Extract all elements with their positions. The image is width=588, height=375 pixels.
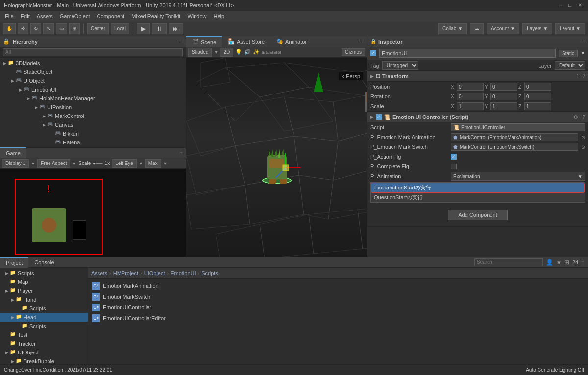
- ec-gear-icon[interactable]: ⚙: [573, 114, 578, 120]
- file-emotionuicontroller[interactable]: C# EmotionUIController: [90, 302, 586, 313]
- static-dropdown-btn[interactable]: Static: [559, 50, 578, 57]
- tree-item-holomonheadmanager[interactable]: ▶ 🎮 HoloMonHeadManager: [0, 94, 186, 103]
- add-component-btn[interactable]: Add Component: [448, 210, 508, 220]
- pt-hand-scripts[interactable]: 📁 Scripts: [0, 304, 88, 313]
- scale-x-input[interactable]: [457, 102, 484, 110]
- rot-x-input[interactable]: [457, 93, 484, 100]
- minimize-btn[interactable]: ─: [559, 2, 564, 8]
- play-btn[interactable]: ▶: [137, 23, 150, 34]
- object-enabled-checkbox[interactable]: ✓: [370, 50, 376, 56]
- p-emotion-anim-field[interactable]: ⬟ MarkControl (EmotionMarkAnimation): [451, 133, 578, 141]
- pt-scripts[interactable]: ▶ 📁 Scripts: [0, 269, 88, 278]
- pt-head[interactable]: ▶ 📁 Head: [0, 313, 88, 322]
- game-panel-menu[interactable]: ≡: [180, 150, 186, 156]
- project-panel-menu[interactable]: ≡: [581, 259, 584, 265]
- pt-breakbubble[interactable]: ▶ 📁 BreakBubble: [0, 357, 88, 364]
- scene-panel-options[interactable]: ≡: [360, 39, 367, 45]
- ec-enabled-cb[interactable]: ✓: [376, 114, 382, 120]
- tree-item-canvas[interactable]: ▶ 🎮 Canvas: [0, 120, 186, 129]
- hierarchy-search-input[interactable]: [3, 48, 183, 56]
- pos-x-input[interactable]: [457, 83, 484, 91]
- tree-item-bikkuri[interactable]: 🎮 Bikkuri: [0, 129, 186, 138]
- file-emotionuicontrollereditor[interactable]: C# EmotionUIControllerEditor: [90, 313, 586, 324]
- audio-btn[interactable]: 🔊: [244, 49, 251, 55]
- aspect-btn[interactable]: Free Aspect: [37, 159, 70, 168]
- multi-tool-btn[interactable]: ⊞: [69, 23, 80, 34]
- 2d-btn[interactable]: 2D: [220, 48, 233, 57]
- gizmos-btn[interactable]: Gizmos: [342, 48, 365, 56]
- inspector-menu-icon[interactable]: ≡: [582, 39, 585, 45]
- shading-btn[interactable]: Shaded: [188, 48, 212, 57]
- tag-dropdown[interactable]: Untagged: [382, 61, 418, 70]
- menu-edit[interactable]: Edit: [18, 12, 33, 20]
- emotion-controller-header[interactable]: ▶ ✓ 📜 Emotion UI Controller (Script) ⚙ ?: [368, 112, 588, 122]
- space-btn[interactable]: Local: [111, 23, 129, 34]
- project-star-icon[interactable]: ★: [556, 259, 562, 266]
- file-emotionmarkswitch[interactable]: C# EmotionMarkSwitch: [90, 291, 586, 302]
- object-name-field[interactable]: [379, 49, 556, 58]
- hand-tool-btn[interactable]: ✋: [3, 23, 16, 34]
- bc-scripts[interactable]: Scripts: [201, 270, 218, 276]
- rotate-tool-btn[interactable]: ↻: [30, 23, 41, 34]
- animator-tab[interactable]: 🎭 Animator: [270, 36, 313, 47]
- file-emotionmarkanimation[interactable]: C# EmotionMarkAnimation: [90, 281, 586, 291]
- menu-mixed-reality[interactable]: Mixed Reality Toolkit: [128, 12, 183, 20]
- bc-hmproject[interactable]: HMProject: [113, 270, 138, 276]
- scene-viewport[interactable]: < Persp: [186, 58, 367, 257]
- display-btn[interactable]: Display 1: [2, 159, 29, 168]
- menu-help[interactable]: Help: [211, 12, 228, 20]
- console-tab[interactable]: Console: [28, 257, 60, 268]
- p-animation-dropdown[interactable]: Exclamation ▼: [451, 172, 585, 181]
- window-controls[interactable]: ─ □ ✕: [559, 2, 584, 8]
- bc-emotionui[interactable]: EmotionUI: [171, 270, 196, 276]
- tree-item-3dmodels[interactable]: ▶ 📁 3DModels: [0, 59, 186, 68]
- tree-item-markcontrol[interactable]: ▶ 🎮 MarkControl: [0, 112, 186, 120]
- pt-player[interactable]: ▶ 📁 Player: [0, 286, 88, 295]
- project-person-icon[interactable]: 👤: [546, 259, 553, 266]
- scale-y-input[interactable]: [490, 102, 517, 110]
- p-switch-target-icon[interactable]: ⊙: [581, 144, 585, 150]
- game-tab[interactable]: Game: [0, 147, 26, 158]
- menu-window[interactable]: Window: [184, 12, 209, 20]
- menu-gameobject[interactable]: GameObject: [57, 12, 93, 20]
- lefteye-btn[interactable]: Left Eye: [112, 159, 137, 168]
- transform-header[interactable]: ▶ ⊞ Transform ⋮ ?: [368, 71, 588, 82]
- inspector-lock-icon[interactable]: 🔒: [370, 39, 376, 44]
- menu-file[interactable]: File: [2, 12, 17, 20]
- tree-item-staticobject[interactable]: 🎮 StaticObject: [0, 68, 186, 76]
- pause-btn[interactable]: ⏸: [152, 23, 167, 34]
- collab-btn[interactable]: Collab ▼: [438, 23, 467, 34]
- pt-hand[interactable]: ▶ 📁 Hand: [0, 295, 88, 304]
- transform-options[interactable]: ⋮: [575, 73, 580, 79]
- menu-component[interactable]: Component: [94, 12, 127, 20]
- rot-y-input[interactable]: [490, 93, 517, 100]
- maximize-btn[interactable]: Max: [145, 159, 161, 168]
- bc-uiobject[interactable]: UIObject: [144, 270, 165, 276]
- project-grid-icon[interactable]: ⊞: [564, 259, 569, 266]
- pt-tracker[interactable]: 📁 Tracker: [0, 339, 88, 348]
- effects-btn[interactable]: ✨: [253, 49, 260, 55]
- question-start-option[interactable]: QuestionStartの実行: [371, 193, 585, 202]
- account-btn[interactable]: Account▼: [487, 23, 519, 34]
- pivot-btn[interactable]: Center: [87, 23, 109, 34]
- tree-item-hatena[interactable]: 🎮 Hatena: [0, 138, 186, 147]
- rot-z-input[interactable]: [524, 93, 551, 100]
- move-tool-btn[interactable]: ✛: [18, 23, 28, 34]
- tree-item-emotionui[interactable]: ▶ 🎮 EmotionUI: [0, 85, 186, 94]
- project-search-input[interactable]: [474, 258, 543, 266]
- pt-test[interactable]: 📁 Test: [0, 330, 88, 339]
- p-anim-target-icon[interactable]: ⊙: [581, 135, 585, 140]
- ec-help-icon[interactable]: ?: [582, 115, 585, 120]
- pt-head-scripts[interactable]: 📁 Scripts: [0, 322, 88, 330]
- scale-z-input[interactable]: [524, 102, 551, 110]
- layout-btn[interactable]: Layout▼: [555, 23, 585, 34]
- transform-help[interactable]: ?: [582, 73, 585, 79]
- assetstore-tab[interactable]: 🏪 Asset Store: [222, 36, 270, 47]
- scale-tool-btn[interactable]: ⤡: [43, 23, 54, 34]
- scene-tab[interactable]: 🎬 Scene: [186, 36, 222, 47]
- exclamation-start-option[interactable]: ExclamationStartの実行: [371, 183, 585, 193]
- hierarchy-menu-icon[interactable]: ≡: [180, 39, 183, 45]
- pt-map[interactable]: 📁 Map: [0, 278, 88, 286]
- pt-uiobject[interactable]: ▶ 📁 UIObject: [0, 348, 88, 357]
- p-action-flg-checkbox[interactable]: ✓: [451, 154, 457, 160]
